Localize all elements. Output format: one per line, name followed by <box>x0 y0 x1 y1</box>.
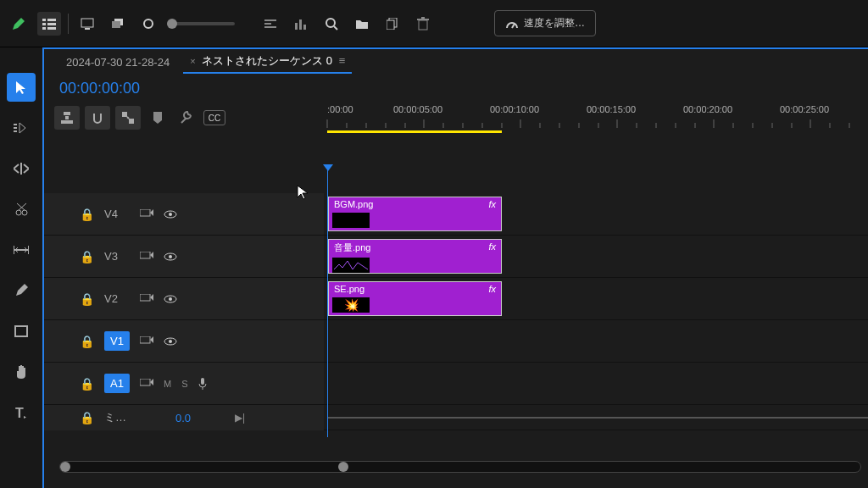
toggle-sync-icon[interactable] <box>140 379 153 389</box>
mic-icon[interactable] <box>198 378 207 390</box>
timeline-scrollbar[interactable] <box>59 461 861 473</box>
rectangle-tool[interactable] <box>7 317 36 346</box>
track-label-v2[interactable]: V2 <box>104 292 130 305</box>
copy-icon[interactable] <box>381 12 404 36</box>
svg-rect-74 <box>140 209 150 216</box>
main-area: T▸ 2024-07-30 21-28-24 × ネストされたシーケンス 0 ≡… <box>0 47 868 488</box>
trash-icon[interactable] <box>411 12 435 36</box>
snap-icon[interactable] <box>85 106 110 130</box>
lock-icon[interactable]: 🔒 <box>80 411 94 424</box>
timecode-display[interactable]: 00:00:00:00 <box>44 75 868 103</box>
search-icon[interactable] <box>320 12 343 36</box>
track-a1: 🔒 A1 M S <box>44 363 868 405</box>
mute-button[interactable]: M <box>164 379 171 389</box>
bars-icon[interactable] <box>289 12 313 36</box>
marker-icon[interactable] <box>146 106 170 130</box>
eye-icon[interactable] <box>164 337 177 346</box>
svg-rect-3 <box>47 23 56 25</box>
pencil-icon[interactable] <box>7 12 31 36</box>
menu-icon[interactable]: ≡ <box>339 54 346 67</box>
svg-point-76 <box>169 213 172 216</box>
lock-icon[interactable]: 🔒 <box>80 335 94 348</box>
svg-rect-21 <box>419 20 427 30</box>
eye-icon[interactable] <box>164 295 177 303</box>
list-icon[interactable] <box>37 12 61 36</box>
playhead[interactable] <box>327 169 328 437</box>
svg-rect-22 <box>417 19 429 20</box>
svg-rect-27 <box>14 130 17 132</box>
skip-icon[interactable]: ▶| <box>235 412 245 424</box>
svg-rect-43 <box>129 119 134 124</box>
svg-rect-13 <box>264 26 276 28</box>
folder-icon[interactable] <box>350 12 374 36</box>
svg-line-32 <box>17 203 25 210</box>
fx-badge: fx <box>488 284 496 294</box>
track-label-v3[interactable]: V3 <box>104 250 130 263</box>
track-select-tool[interactable] <box>7 114 36 142</box>
hand-tool[interactable] <box>7 358 36 386</box>
selection-tool[interactable] <box>7 73 36 102</box>
lock-icon[interactable]: 🔒 <box>80 377 94 391</box>
svg-rect-5 <box>47 27 56 30</box>
svg-rect-26 <box>14 127 17 129</box>
close-icon[interactable]: × <box>190 56 195 66</box>
svg-rect-83 <box>140 336 150 343</box>
circle-icon[interactable] <box>136 12 160 36</box>
tab-sequence-1[interactable]: 2024-07-30 21-28-24 <box>59 53 176 72</box>
toggle-sync-icon[interactable] <box>140 209 153 219</box>
stack-icon[interactable] <box>106 12 130 36</box>
solo-button[interactable]: S <box>181 379 187 389</box>
clip-se[interactable]: SE.png fx 💥 <box>328 281 502 316</box>
toggle-sync-icon[interactable] <box>140 252 153 262</box>
toggle-sync-icon[interactable] <box>140 294 153 304</box>
ripple-tool[interactable] <box>7 154 36 183</box>
zoom-slider[interactable] <box>167 22 235 25</box>
nest-icon[interactable] <box>54 106 80 130</box>
linked-selection-icon[interactable] <box>115 106 141 130</box>
tab-sequence-nested[interactable]: × ネストされたシーケンス 0 ≡ <box>183 50 352 74</box>
type-tool[interactable]: T▸ <box>7 398 36 427</box>
ruler-tick-3: 00:00:15:00 <box>587 104 636 114</box>
track-label-a1[interactable]: A1 <box>104 374 130 393</box>
ruler-tick-2: 00:00:10:00 <box>490 104 539 114</box>
track-label-v1[interactable]: V1 <box>104 331 130 351</box>
eye-icon[interactable] <box>164 252 177 261</box>
track-v4: 🔒 V4 BGM.png fx <box>44 193 868 236</box>
lock-icon[interactable]: 🔒 <box>80 250 94 263</box>
svg-rect-14 <box>295 23 298 30</box>
speed-label: 速度を調整… <box>524 16 585 30</box>
svg-point-85 <box>169 340 172 343</box>
mix-value[interactable]: 0.0 <box>175 412 191 424</box>
clip-volume[interactable]: 音量.png fx <box>328 239 502 274</box>
svg-rect-15 <box>299 19 302 30</box>
pen-tool[interactable] <box>7 276 36 305</box>
captions-icon[interactable]: CC <box>203 110 225 125</box>
svg-rect-36 <box>15 326 27 336</box>
ruler-tick-1: 00:00:05:00 <box>393 104 442 114</box>
monitor-icon[interactable] <box>75 12 99 36</box>
clip-bgm[interactable]: BGM.png fx <box>328 197 502 231</box>
scrollbar-thumb[interactable] <box>60 462 348 472</box>
svg-line-31 <box>19 203 26 210</box>
toggle-sync-icon[interactable] <box>140 336 153 347</box>
lock-icon[interactable]: 🔒 <box>80 208 94 221</box>
work-area-bar[interactable] <box>327 130 502 133</box>
time-ruler[interactable]: :00:00 00:00:05:00 00:00:10:00 00:00:15:… <box>324 103 868 133</box>
top-toolbar: 速度を調整… <box>0 0 868 47</box>
slip-tool[interactable] <box>7 236 36 264</box>
speed-button[interactable]: 速度を調整… <box>494 10 596 36</box>
svg-rect-12 <box>264 23 271 25</box>
eye-icon[interactable] <box>164 210 177 219</box>
svg-point-10 <box>144 19 153 28</box>
tick-marks <box>324 119 868 128</box>
track-label-mix[interactable]: ミ… <box>104 410 130 425</box>
gauge-icon <box>505 18 519 30</box>
lock-icon[interactable]: 🔒 <box>80 292 94 306</box>
track-label-v4[interactable]: V4 <box>104 208 130 220</box>
svg-text:▸: ▸ <box>24 414 26 419</box>
svg-point-79 <box>169 255 172 258</box>
align-icon[interactable] <box>259 12 282 36</box>
razor-tool[interactable] <box>7 195 36 224</box>
wrench-icon[interactable] <box>175 106 198 130</box>
svg-point-30 <box>22 210 27 215</box>
